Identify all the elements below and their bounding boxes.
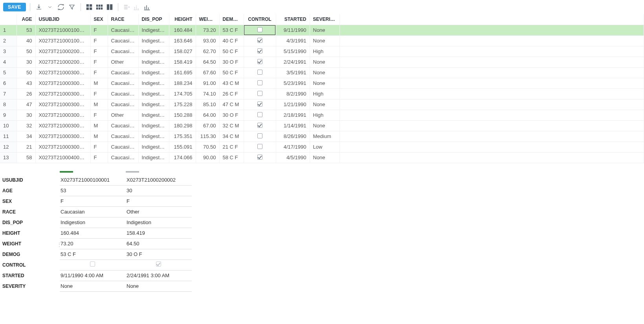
col-sex[interactable]: SEX bbox=[90, 14, 108, 25]
table-row[interactable]: 1134X0273T21000300007MCaucasianIndigesti… bbox=[0, 131, 644, 142]
cell-height[interactable]: 174.705 bbox=[169, 88, 196, 99]
detail-cell[interactable]: 64.50 bbox=[126, 239, 192, 249]
table-row[interactable]: 153X0273T21000100001FCaucasianIndigestio… bbox=[0, 25, 644, 35]
layout-grid-2col-icon[interactable] bbox=[105, 3, 114, 11]
checkbox-icon[interactable] bbox=[257, 144, 262, 149]
col-weight[interactable]: WEIGHT bbox=[196, 14, 219, 25]
cell-height[interactable]: 175.351 bbox=[169, 131, 196, 142]
cell-control[interactable] bbox=[244, 120, 276, 131]
table-row[interactable]: 240X0273T21000100002FCaucasianIndigestio… bbox=[0, 35, 644, 46]
row-number[interactable]: 3 bbox=[0, 46, 17, 57]
detail-cell[interactable]: None bbox=[126, 281, 192, 292]
cell-weight[interactable]: 74.10 bbox=[196, 88, 219, 99]
cell-demog[interactable]: 34 C M bbox=[219, 131, 244, 142]
cell-demog[interactable]: 32 C M bbox=[219, 120, 244, 131]
checkbox-icon[interactable] bbox=[257, 48, 262, 53]
cell-sex[interactable]: M bbox=[90, 78, 108, 88]
cell-demog[interactable]: 21 C F bbox=[219, 142, 244, 152]
cell-race[interactable]: Caucasian bbox=[108, 78, 138, 88]
cell-severity[interactable]: High bbox=[310, 110, 339, 120]
cell-weight[interactable]: 62.70 bbox=[196, 46, 219, 57]
cell-sex[interactable]: F bbox=[90, 67, 108, 78]
cell-usubjid[interactable]: X0273T21000300007 bbox=[35, 131, 90, 142]
col-age[interactable]: AGE bbox=[17, 14, 35, 25]
cell-demog[interactable]: 26 C F bbox=[219, 88, 244, 99]
cell-age[interactable]: 30 bbox=[17, 57, 35, 67]
detail-cell[interactable]: Indigestion bbox=[60, 217, 126, 228]
cell-control[interactable] bbox=[244, 152, 276, 163]
table-row[interactable]: 1221X0273T21000300008FCaucasianIndigesti… bbox=[0, 142, 644, 152]
cell-control[interactable] bbox=[244, 25, 276, 35]
col-started[interactable]: STARTED bbox=[276, 14, 310, 25]
table-row[interactable]: 550X0273T21000300001FCaucasianIndigestio… bbox=[0, 67, 644, 78]
cell-demog[interactable]: 50 C F bbox=[219, 67, 244, 78]
cell-sex[interactable]: F bbox=[90, 57, 108, 67]
checkbox-icon[interactable] bbox=[257, 27, 262, 32]
col-race[interactable]: RACE bbox=[108, 14, 138, 25]
cell-age[interactable]: 50 bbox=[17, 67, 35, 78]
cell-severity[interactable]: Low bbox=[310, 142, 339, 152]
detail-cell[interactable]: F bbox=[126, 196, 192, 207]
cell-race[interactable]: Caucasian bbox=[108, 35, 138, 46]
col-severity[interactable]: SEVERITY bbox=[310, 14, 339, 25]
cell-age[interactable]: 40 bbox=[17, 35, 35, 46]
cell-control[interactable] bbox=[244, 142, 276, 152]
detail-cell[interactable] bbox=[126, 260, 192, 271]
cell-height[interactable]: 155.091 bbox=[169, 142, 196, 152]
cell-started[interactable]: 9/11/1990 bbox=[276, 25, 310, 35]
row-number[interactable]: 4 bbox=[0, 57, 17, 67]
cell-usubjid[interactable]: X0273T21000300005 bbox=[35, 110, 90, 120]
cell-dispop[interactable]: Indigestion bbox=[138, 131, 169, 142]
cell-race[interactable]: Caucasian bbox=[108, 88, 138, 99]
checkbox-icon[interactable] bbox=[257, 80, 262, 85]
detail-cell[interactable]: 73.20 bbox=[60, 239, 126, 249]
row-number[interactable]: 9 bbox=[0, 110, 17, 120]
cell-severity[interactable]: None bbox=[310, 67, 339, 78]
checkbox-icon[interactable] bbox=[257, 133, 262, 138]
cell-race[interactable]: Caucasian bbox=[108, 142, 138, 152]
cell-blank[interactable] bbox=[339, 131, 644, 142]
cell-usubjid[interactable]: X0273T21000300002 bbox=[35, 78, 90, 88]
grip-icon[interactable]: ⋮ bbox=[57, 242, 62, 247]
checkbox-icon[interactable] bbox=[257, 112, 262, 117]
cell-started[interactable]: 1/21/1990 bbox=[276, 99, 310, 110]
cell-height[interactable]: 180.298 bbox=[169, 120, 196, 131]
detail-cell[interactable]: Other bbox=[126, 207, 192, 217]
detail-cell[interactable] bbox=[60, 260, 126, 271]
cell-dispop[interactable]: Indigestion bbox=[138, 57, 169, 67]
cell-blank[interactable] bbox=[339, 25, 644, 35]
cell-race[interactable]: Caucasian bbox=[108, 46, 138, 57]
cell-started[interactable]: 5/15/1990 bbox=[276, 46, 310, 57]
cell-started[interactable]: 3/5/1991 bbox=[276, 67, 310, 78]
cell-severity[interactable]: None bbox=[310, 35, 339, 46]
cell-weight[interactable]: 64.50 bbox=[196, 57, 219, 67]
cell-age[interactable]: 58 bbox=[17, 152, 35, 163]
cell-usubjid[interactable]: X0273T21000300006 bbox=[35, 120, 90, 131]
table-row[interactable]: 726X0273T21000300003FCaucasianIndigestio… bbox=[0, 88, 644, 99]
col-height[interactable]: HEIGHT bbox=[169, 14, 196, 25]
table-row[interactable]: 1032X0273T21000300006MCaucasianIndigesti… bbox=[0, 120, 644, 131]
cell-age[interactable]: 53 bbox=[17, 25, 35, 35]
cell-dispop[interactable]: Indigestion bbox=[138, 120, 169, 131]
cell-dispop[interactable]: Indigestion bbox=[138, 88, 169, 99]
cell-blank[interactable] bbox=[339, 57, 644, 67]
cell-started[interactable]: 1/14/1991 bbox=[276, 120, 310, 131]
cell-blank[interactable] bbox=[339, 120, 644, 131]
cell-sex[interactable]: F bbox=[90, 25, 108, 35]
checkbox-icon[interactable] bbox=[257, 59, 262, 64]
cell-control[interactable] bbox=[244, 78, 276, 88]
detail-cell[interactable]: F bbox=[60, 196, 126, 207]
cell-age[interactable]: 43 bbox=[17, 78, 35, 88]
col-dispop[interactable]: DIS_POP bbox=[138, 14, 169, 25]
cell-demog[interactable]: 53 C F bbox=[219, 25, 244, 35]
cell-sex[interactable]: M bbox=[90, 99, 108, 110]
layout-grid-3x2-icon[interactable] bbox=[95, 3, 104, 11]
cell-dispop[interactable]: Indigestion bbox=[138, 25, 169, 35]
cell-height[interactable]: 188.234 bbox=[169, 78, 196, 88]
cell-sex[interactable]: F bbox=[90, 152, 108, 163]
cell-dispop[interactable]: Indigestion bbox=[138, 142, 169, 152]
checkbox-icon[interactable] bbox=[257, 38, 262, 43]
cell-race[interactable]: Caucasian bbox=[108, 120, 138, 131]
detail-cell[interactable]: X0273T21000200002 bbox=[126, 175, 192, 186]
cell-started[interactable]: 5/23/1991 bbox=[276, 78, 310, 88]
